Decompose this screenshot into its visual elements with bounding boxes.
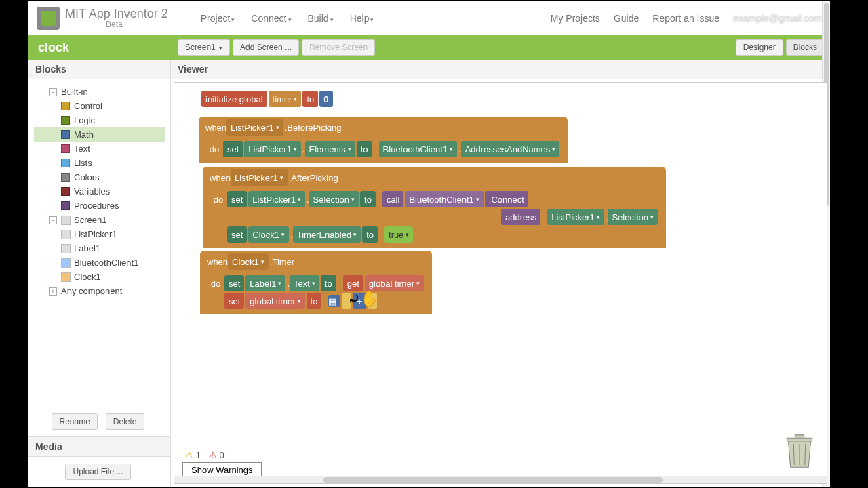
tree-text[interactable]: Text	[34, 142, 165, 156]
tree-any-component[interactable]: +Any component	[34, 284, 165, 298]
menu-build[interactable]: Build▾	[308, 13, 334, 24]
trash-icon[interactable]	[785, 432, 814, 470]
top-bar: MIT App Inventor 2 Beta Project▾ Connect…	[28, 1, 830, 35]
tree-builtin[interactable]: −Built-in	[34, 85, 165, 99]
error-icon: ⚠	[209, 450, 217, 460]
blocks-panel: Blocks −Built-in Control Logic Math Text…	[28, 60, 171, 487]
link-report-issue[interactable]: Report an Issue	[652, 13, 719, 24]
tree-lists[interactable]: Lists	[34, 156, 165, 170]
tree-procedures[interactable]: Procedures	[34, 199, 165, 213]
upload-file-button[interactable]: Upload File ...	[65, 464, 130, 480]
collapse-icon[interactable]: −	[49, 216, 57, 224]
menu-help[interactable]: Help▾	[350, 13, 374, 24]
tree-bluetoothclient1[interactable]: BluetoothClient1	[34, 256, 165, 270]
blocks-button[interactable]: Blocks	[786, 39, 825, 56]
toolbar: clock Screen1 ▾ Add Screen ... Remove Sc…	[28, 35, 830, 60]
designer-button[interactable]: Designer	[736, 39, 783, 56]
app-subtitle: Beta	[106, 20, 168, 29]
project-name: clock	[38, 41, 69, 55]
blocks-workspace[interactable]: initialize global timer to 0 when ListPi…	[174, 82, 827, 484]
rename-button[interactable]: Rename	[52, 413, 97, 430]
blocks-panel-header: Blocks	[28, 60, 170, 79]
menu-project[interactable]: Project▾	[201, 13, 235, 24]
block-clock-timer[interactable]: when Clock1 .Timer do set Label1 . Text …	[200, 251, 432, 314]
tree-colors[interactable]: Colors	[34, 170, 165, 184]
scrollbar-thumb[interactable]	[323, 477, 663, 483]
tree-math[interactable]: Math	[34, 127, 165, 142]
link-guide[interactable]: Guide	[614, 13, 639, 24]
viewer-panel: Viewer initialize global timer to 0 when	[171, 60, 830, 487]
tree-label1[interactable]: Label1	[34, 241, 165, 256]
tree-variables[interactable]: Variables	[34, 184, 165, 199]
add-screen-button[interactable]: Add Screen ...	[233, 39, 299, 56]
viewer-panel-header: Viewer	[171, 60, 830, 79]
collapse-icon[interactable]: −	[49, 88, 57, 96]
app-logo-icon	[37, 7, 60, 30]
delete-button[interactable]: Delete	[106, 413, 144, 430]
mutator-icon[interactable]: ▦	[328, 295, 340, 307]
tree-logic[interactable]: Logic	[34, 113, 165, 127]
expand-icon[interactable]: +	[49, 287, 57, 296]
block-after-picking[interactable]: when ListPicker1 .AfterPicking do set Li…	[203, 167, 666, 248]
block-before-picking[interactable]: when ListPicker1 .BeforePicking do set L…	[199, 117, 568, 163]
menu-connect[interactable]: Connect▾	[251, 13, 291, 24]
tree-screen1[interactable]: −Screen1	[34, 213, 165, 227]
screen-dropdown[interactable]: Screen1 ▾	[178, 39, 230, 56]
warning-icon: ⚠	[185, 450, 193, 460]
tree-control[interactable]: Control	[34, 99, 165, 113]
status-bar: ⚠ 1 ⚠ 0	[185, 450, 224, 460]
tree-listpicker1[interactable]: ListPicker1	[34, 227, 165, 241]
app-title: MIT App Inventor 2	[65, 7, 168, 21]
user-email[interactable]: example@gmail.com	[733, 13, 822, 24]
remove-screen-button[interactable]: Remove Screen	[302, 39, 375, 56]
media-panel-header: Media	[28, 436, 170, 457]
link-my-projects[interactable]: My Projects	[551, 13, 600, 24]
horizontal-scrollbar[interactable]	[174, 476, 827, 483]
show-warnings-button[interactable]: Show Warnings	[182, 462, 262, 478]
tree-clock1[interactable]: Clock1	[34, 270, 165, 284]
block-init-global[interactable]: initialize global timer to 0	[201, 91, 334, 107]
blocks-tree: −Built-in Control Logic Math Text Lists …	[28, 79, 170, 407]
